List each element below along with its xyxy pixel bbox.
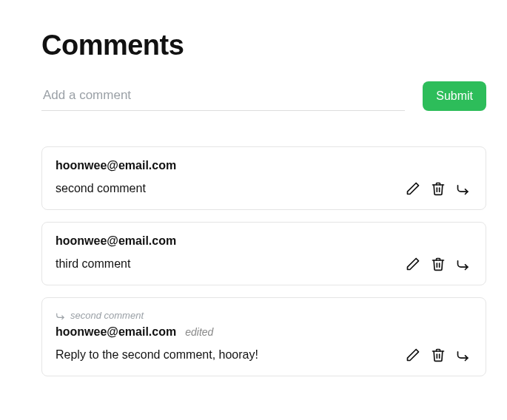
edit-icon[interactable] — [404, 346, 422, 364]
reply-icon[interactable] — [454, 346, 472, 364]
reply-icon[interactable] — [454, 255, 472, 273]
reply-arrow-icon — [56, 311, 66, 321]
edited-tag: edited — [185, 326, 213, 338]
comment-author: hoonwee@email.com — [56, 325, 176, 339]
comment-text: second comment — [56, 182, 146, 195]
edit-icon[interactable] — [404, 180, 422, 197]
trash-icon[interactable] — [429, 180, 447, 197]
comment-text: Reply to the second comment, hooray! — [56, 348, 258, 362]
comment-input-row: Submit — [41, 81, 486, 111]
edit-icon[interactable] — [404, 255, 422, 273]
comment-actions — [404, 346, 472, 364]
submit-button[interactable]: Submit — [423, 81, 486, 111]
trash-icon[interactable] — [429, 255, 447, 273]
comment-card: hoonwee@email.com second comment — [41, 146, 486, 210]
comment-header: hoonwee@email.com edited — [56, 325, 472, 339]
comments-list: hoonwee@email.com second comment hoonwee… — [41, 146, 486, 376]
comment-body-row: third comment — [56, 255, 472, 273]
comment-body-row: second comment — [56, 180, 472, 197]
comment-header: hoonwee@email.com — [56, 234, 472, 248]
comment-header: hoonwee@email.com — [56, 159, 472, 172]
comment-author: hoonwee@email.com — [56, 159, 176, 172]
comment-actions — [404, 255, 472, 273]
comment-body-row: Reply to the second comment, hooray! — [56, 346, 472, 364]
comment-card: hoonwee@email.com third comment — [41, 222, 486, 285]
comment-input[interactable] — [41, 81, 405, 111]
trash-icon[interactable] — [429, 346, 447, 364]
reply-context-text: second comment — [70, 310, 144, 321]
reply-icon[interactable] — [454, 180, 472, 197]
comment-author: hoonwee@email.com — [56, 234, 176, 248]
comment-text: third comment — [56, 257, 130, 271]
comment-actions — [404, 180, 472, 197]
page-title: Comments — [41, 30, 486, 61]
comment-card: second comment hoonwee@email.com edited … — [41, 297, 486, 376]
reply-context: second comment — [56, 310, 472, 321]
